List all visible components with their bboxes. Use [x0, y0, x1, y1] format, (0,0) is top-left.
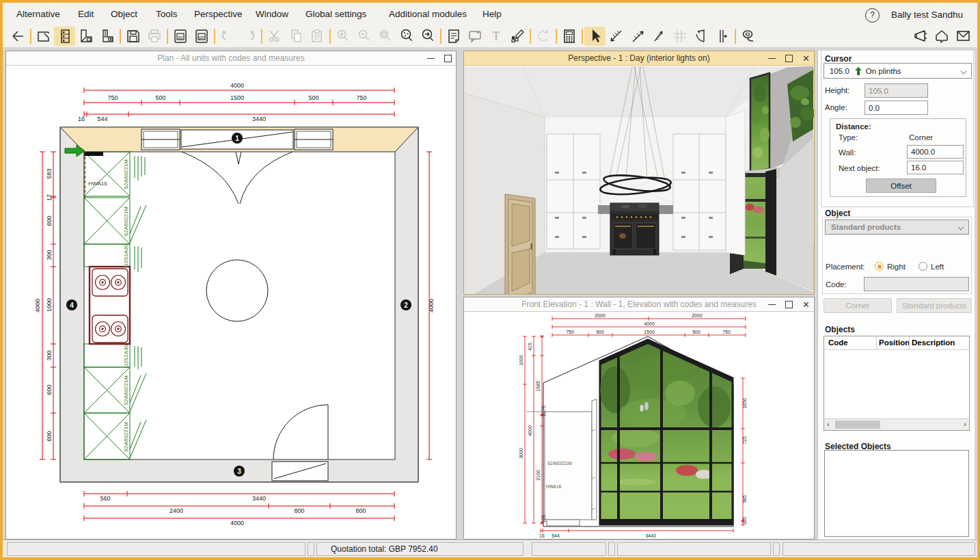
dim-label: 544	[97, 116, 107, 122]
object-group: Standard products Placement: Right Left …	[822, 217, 972, 294]
objects-table[interactable]: Code Position Description ‹ ›	[824, 336, 970, 431]
menu-edit[interactable]: Edit	[78, 9, 94, 19]
measure-object-icon[interactable]	[627, 27, 648, 46]
status-panel-5	[608, 542, 615, 556]
status-panel-2	[308, 542, 314, 556]
base-unit-icon[interactable]	[96, 27, 118, 46]
pn-document-icon[interactable]: pn	[191, 27, 212, 46]
elevation-canvas[interactable]: 2000200040007505001500500750100030004154…	[464, 312, 814, 539]
scroll-left-icon[interactable]: ‹	[827, 420, 830, 428]
cut-icon[interactable]	[264, 27, 285, 46]
dim-label: 16	[78, 116, 85, 122]
menu-help[interactable]: Help	[482, 9, 502, 19]
redo-icon[interactable]	[238, 27, 259, 46]
scroll-right-icon[interactable]: ›	[964, 420, 966, 428]
right-panel: Cursor 105.0 On plinths Height: 105.0 An…	[817, 51, 975, 539]
maximize-button[interactable]	[785, 301, 793, 308]
parallel-walls-icon[interactable]	[711, 27, 733, 46]
corner-unit-icon[interactable]	[75, 27, 96, 46]
minimize-button[interactable]	[768, 55, 776, 62]
save-icon[interactable]	[122, 27, 144, 46]
status-bar: Quotation total: GBP 7952.40	[3, 539, 977, 557]
elevation-view-icon[interactable]	[54, 27, 75, 46]
dim-label: 1500	[644, 330, 655, 334]
elevation-titlebar[interactable]: Front Elevation - 1 : Wall - 1, Elevatio…	[464, 297, 814, 312]
dim-label: 600	[46, 215, 53, 226]
corner-button[interactable]: Corner	[824, 298, 892, 313]
dim-label: 415	[528, 343, 532, 351]
text-tool-icon[interactable]: T	[485, 27, 506, 46]
feedback-icon[interactable]	[931, 27, 952, 46]
scroll-thumb[interactable]	[835, 421, 880, 429]
menu-object[interactable]: Object	[111, 9, 137, 19]
close-button[interactable]: ✕	[802, 55, 810, 62]
dim-label: 105	[742, 517, 747, 525]
col-code: Code	[828, 338, 848, 347]
menu-window[interactable]: Window	[256, 9, 288, 19]
help-icon[interactable]: ?	[865, 8, 880, 23]
dim-label: 560	[100, 495, 110, 502]
zoom-selection-icon[interactable]	[396, 27, 417, 46]
upper-window-garden	[750, 73, 770, 172]
menu-alternative[interactable]: Alternative	[16, 9, 60, 19]
paste-icon[interactable]	[306, 27, 327, 46]
announce-icon[interactable]	[910, 27, 931, 46]
plan-view-icon[interactable]	[33, 27, 54, 46]
print-icon[interactable]	[144, 27, 165, 46]
door-swing-icon[interactable]	[690, 27, 711, 46]
back-icon[interactable]	[7, 27, 28, 46]
sc-document-icon[interactable]: sc	[169, 27, 191, 46]
maximize-button[interactable]	[444, 55, 452, 62]
perspective-canvas[interactable]	[464, 66, 814, 294]
grid-icon[interactable]	[669, 27, 690, 46]
mail-icon[interactable]	[952, 27, 973, 46]
code-input[interactable]	[864, 277, 969, 291]
perspective-titlebar[interactable]: Perspective - 1 : Day (interior lights o…	[464, 51, 814, 66]
rotate-icon[interactable]	[532, 27, 554, 46]
calculator-icon[interactable]	[558, 27, 580, 46]
minimize-button[interactable]	[768, 301, 776, 308]
user-name: Bally test Sandhu	[891, 10, 963, 20]
menu-perspective[interactable]: Perspective	[194, 9, 243, 19]
plan-canvas[interactable]: 1234 40007505001500500750165443440400058…	[6, 66, 456, 539]
standard-products-button[interactable]: Standard products	[897, 298, 972, 313]
plan-drawing: 1234 40007505001500500750165443440400058…	[6, 66, 456, 539]
zoom-out-icon[interactable]	[353, 27, 375, 46]
status-panel-1	[7, 542, 305, 556]
selected-objects-box[interactable]	[824, 450, 969, 537]
measure-wall-icon[interactable]	[648, 27, 669, 46]
dim-label: S2A60221M	[123, 206, 129, 237]
minimize-button[interactable]	[427, 55, 435, 62]
select-cursor-icon[interactable]	[584, 27, 605, 46]
undo-icon[interactable]	[217, 27, 238, 46]
dim-label: 2400	[169, 507, 183, 514]
dim-label: HWA16	[546, 484, 562, 489]
close-button[interactable]: ✕	[802, 301, 810, 308]
dim-label: 1985	[536, 381, 541, 392]
perspective-render	[464, 66, 814, 294]
menu-global-settings[interactable]: Global settings	[305, 9, 366, 19]
zoom-reset-icon[interactable]	[375, 27, 396, 46]
menu-tools[interactable]: Tools	[156, 9, 178, 19]
left-cabinet-block	[547, 134, 600, 249]
objects-hscrollbar[interactable]: ‹ ›	[824, 418, 969, 430]
dim-label: 600	[46, 431, 53, 441]
tape-measure-icon[interactable]	[737, 27, 759, 46]
placement-left-radio[interactable]	[918, 262, 927, 271]
style-picker-icon[interactable]	[506, 27, 528, 46]
object-type-dropdown[interactable]: Standard products	[825, 219, 969, 235]
zoom-in-icon[interactable]	[332, 27, 353, 46]
dim-label: 17	[46, 194, 53, 201]
zoom-pan-icon[interactable]	[417, 27, 438, 46]
maximize-button[interactable]	[785, 55, 793, 62]
right-cabinet-block	[673, 134, 726, 250]
comment-icon[interactable]	[464, 27, 485, 46]
measure-free-icon[interactable]	[605, 27, 627, 46]
elevation-drawing: 2000200040007505001500500750100030004154…	[464, 312, 814, 539]
placement-right-radio[interactable]	[875, 262, 884, 271]
dim-label: 4000	[428, 299, 435, 312]
plan-titlebar[interactable]: Plan - All units with codes and measures	[6, 51, 456, 66]
note-icon[interactable]	[443, 27, 464, 46]
menu-additional-modules[interactable]: Additional modules	[389, 9, 467, 19]
copy-icon[interactable]	[285, 27, 306, 46]
